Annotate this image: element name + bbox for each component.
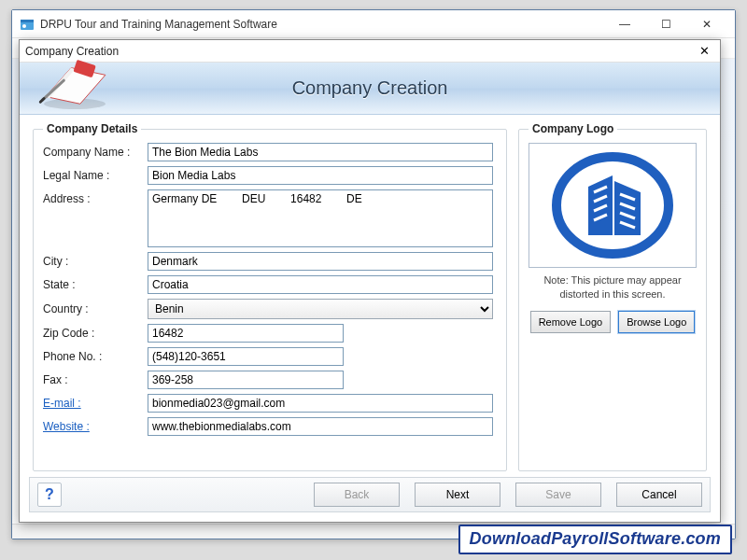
country-select[interactable]: Benin [148,299,493,319]
website-input[interactable] [148,417,493,436]
app-icon [20,17,35,32]
remove-logo-button[interactable]: Remove Logo [530,311,612,333]
city-label: City : [43,255,148,268]
company-logo-fieldset: Company Logo Note: This pictu [518,122,707,471]
help-button[interactable]: ? [37,483,62,507]
fax-label: Fax : [43,373,148,386]
close-button[interactable]: ✕ [686,11,727,37]
save-button[interactable]: Save [515,483,601,507]
zip-input[interactable] [148,324,344,343]
dialog-title: Company Creation [25,45,694,58]
company-logo-preview [529,143,697,268]
email-input[interactable] [148,394,493,413]
company-logo-legend: Company Logo [529,122,617,135]
browse-logo-button[interactable]: Browse Logo [618,311,695,333]
dialog-header: Company Creation [20,63,720,115]
phone-label: Phone No. : [43,350,148,363]
main-titlebar: DRPU Tour and Training Management Softwa… [12,10,735,38]
company-details-legend: Company Details [43,122,141,135]
legal-name-input[interactable] [148,166,493,185]
email-label[interactable]: E-mail : [43,397,148,410]
dialog-footer: ? Back Next Save Cancel [29,477,711,512]
country-label: Country : [43,302,148,315]
watermark: DownloadPayrollSoftware.com [458,525,732,554]
maximize-button[interactable]: ☐ [645,11,686,37]
website-label[interactable]: Website : [43,420,148,433]
dialog-close-button[interactable]: ✕ [694,42,714,61]
dialog-titlebar: Company Creation ✕ [20,40,720,63]
address-input[interactable]: Germany DE DEU 16482 DE [148,189,493,247]
city-input[interactable] [148,252,493,271]
zip-label: Zip Code : [43,327,148,340]
phone-input[interactable] [148,347,344,366]
company-details-fieldset: Company Details Company Name : Legal Nam… [33,122,507,471]
main-title: DRPU Tour and Training Management Softwa… [40,18,604,31]
notebook-icon [38,57,111,111]
minimize-button[interactable]: — [604,11,645,37]
fax-input[interactable] [148,371,344,389]
building-logo-icon [547,149,678,261]
company-name-input[interactable] [148,143,493,161]
state-input[interactable] [148,275,493,294]
back-button[interactable]: Back [314,483,400,507]
cancel-button[interactable]: Cancel [616,483,702,507]
address-label: Address : [43,189,148,205]
svg-rect-1 [21,20,34,22]
svg-point-2 [22,24,26,28]
state-label: State : [43,278,148,291]
legal-name-label: Legal Name : [43,169,148,182]
dialog-heading: Company Creation [292,77,448,99]
company-name-label: Company Name : [43,146,148,159]
logo-note: Note: This picture may appear distorted … [529,273,697,301]
company-creation-dialog: Company Creation ✕ Company Creation Comp… [19,39,721,523]
next-button[interactable]: Next [415,483,500,507]
